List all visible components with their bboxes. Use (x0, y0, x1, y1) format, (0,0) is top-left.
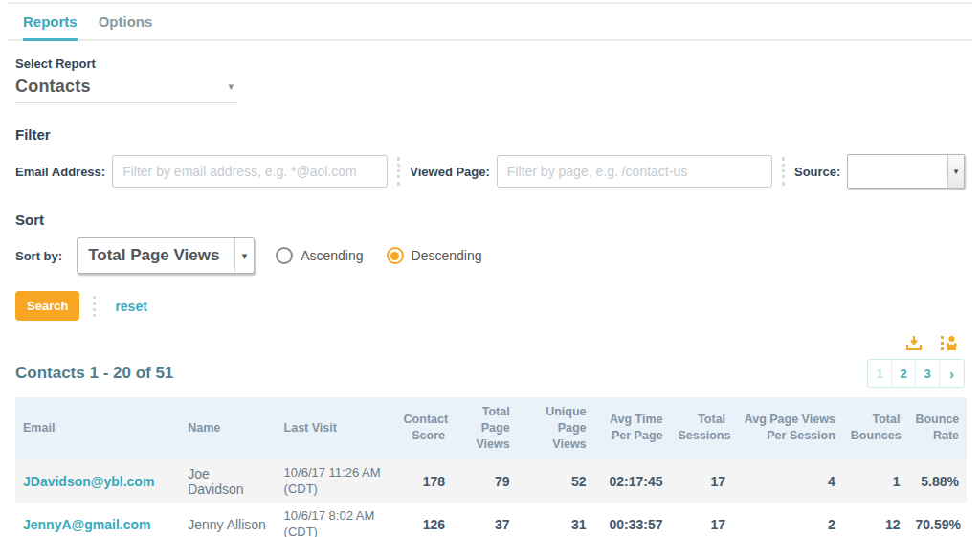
vertical-divider (93, 296, 96, 317)
page-button-2[interactable]: 2 (892, 360, 916, 387)
sort-row: Sort by: Total Page Views ▾ Ascending De… (15, 237, 965, 274)
avg-time-per-page-cell: 00:33:57 (594, 503, 671, 537)
column-header: Contact Score (396, 397, 453, 459)
report-select[interactable]: Contacts ▾ (15, 74, 237, 103)
descending-radio[interactable]: Descending (387, 247, 482, 264)
next-page-button[interactable]: › (940, 360, 964, 387)
actions-row: Search reset (15, 291, 965, 321)
search-button[interactable]: Search (15, 291, 79, 321)
total-bounces-cell: 12 (843, 503, 908, 537)
avg-time-per-page-cell: 02:17:45 (594, 459, 671, 503)
total-page-views-cell: 79 (453, 459, 518, 503)
table-header: EmailNameLast VisitContact ScoreTotal Pa… (15, 397, 967, 459)
select-arrow-strip: ▾ (234, 238, 254, 273)
name-cell: Jenny Allison (180, 503, 276, 537)
column-header: Avg Time Per Page (594, 397, 671, 459)
avg-page-views-per-session-cell: 4 (733, 459, 843, 503)
user-list-icon[interactable] (940, 334, 959, 355)
sort-by-value: Total Page Views (88, 246, 219, 265)
table-toolbar (15, 334, 965, 355)
column-header: Total Bounces (843, 397, 908, 459)
download-icon[interactable] (905, 334, 923, 355)
chevron-down-icon: ▾ (228, 80, 234, 93)
last-visit-cell: 10/6/17 8:02 AM (CDT) (277, 503, 396, 537)
sort-by-label: Sort by: (15, 249, 62, 263)
contact-score-cell: 178 (396, 459, 453, 503)
filter-heading: Filter (15, 126, 965, 143)
chevron-down-icon: ▾ (954, 167, 959, 176)
viewed-page-filter-label: Viewed Page: (410, 165, 490, 179)
vertical-divider (782, 157, 785, 186)
filter-row: Email Address: Viewed Page: Source: ▾ (15, 154, 965, 189)
avg-page-views-per-session-cell: 2 (733, 503, 843, 537)
source-select[interactable]: ▾ (847, 154, 965, 189)
report-select-value: Contacts (15, 77, 91, 97)
column-header: Avg Page Views Per Session (733, 397, 843, 459)
chevron-down-icon: ▾ (242, 250, 248, 262)
vertical-divider (397, 157, 400, 186)
results-count-title: Contacts 1 - 20 of 51 (15, 364, 173, 383)
column-header: Total Page Views (453, 397, 518, 459)
last-visit-cell: 10/6/17 11:26 AM (CDT) (277, 459, 396, 503)
reset-link[interactable]: reset (115, 299, 146, 314)
ascending-label: Ascending (301, 248, 363, 263)
unique-page-views-cell: 31 (518, 503, 594, 537)
email-filter-input[interactable] (112, 155, 388, 188)
page-button-3[interactable]: 3 (916, 360, 940, 387)
table-row: JDavidson@ybl.comJoe Davidson10/6/17 11:… (15, 459, 967, 503)
tab-bar: Reports Options (8, 4, 972, 41)
total-sessions-cell: 17 (670, 503, 733, 537)
total-sessions-cell: 17 (670, 459, 733, 503)
contact-score-cell: 126 (396, 503, 453, 537)
select-report-label: Select Report (15, 56, 965, 71)
sort-by-select[interactable]: Total Page Views ▾ (77, 237, 255, 274)
unique-page-views-cell: 52 (518, 459, 594, 503)
contact-email-link[interactable]: JDavidson@ybl.com (23, 474, 154, 489)
column-header: Bounce Rate (907, 397, 967, 459)
column-header: Name (180, 397, 276, 459)
email-filter-label: Email Address: (15, 165, 105, 179)
tab-reports[interactable]: Reports (23, 13, 78, 41)
source-filter-label: Source: (794, 165, 840, 179)
column-header: Last Visit (277, 397, 396, 459)
viewed-page-filter-input[interactable] (497, 155, 772, 188)
table-row: JennyA@gmail.comJenny Allison10/6/17 8:0… (15, 503, 967, 537)
bounce-rate-cell: 70.59% (907, 503, 967, 537)
sort-direction-group: Ascending Descending (276, 247, 481, 264)
radio-unselected-icon (276, 247, 293, 264)
sort-heading: Sort (15, 212, 965, 228)
pagination: 123› (867, 359, 965, 388)
contact-email-link[interactable]: JennyA@gmail.com (23, 517, 150, 532)
select-arrow-strip: ▾ (947, 155, 964, 188)
contacts-table: EmailNameLast VisitContact ScoreTotal Pa… (15, 397, 967, 537)
bounce-rate-cell: 5.88% (907, 459, 967, 503)
name-cell: Joe Davidson (180, 459, 276, 503)
results-header: Contacts 1 - 20 of 51 123› (15, 359, 965, 388)
total-bounces-cell: 1 (843, 459, 908, 503)
tab-options[interactable]: Options (99, 13, 153, 39)
ascending-radio[interactable]: Ascending (276, 247, 363, 264)
page-button-1[interactable]: 1 (868, 360, 892, 387)
column-header: Unique Page Views (518, 397, 594, 459)
column-header: Email (15, 397, 180, 459)
column-header: Total Sessions (670, 397, 733, 459)
total-page-views-cell: 37 (453, 503, 518, 537)
radio-selected-icon (387, 247, 404, 264)
descending-label: Descending (412, 248, 482, 263)
